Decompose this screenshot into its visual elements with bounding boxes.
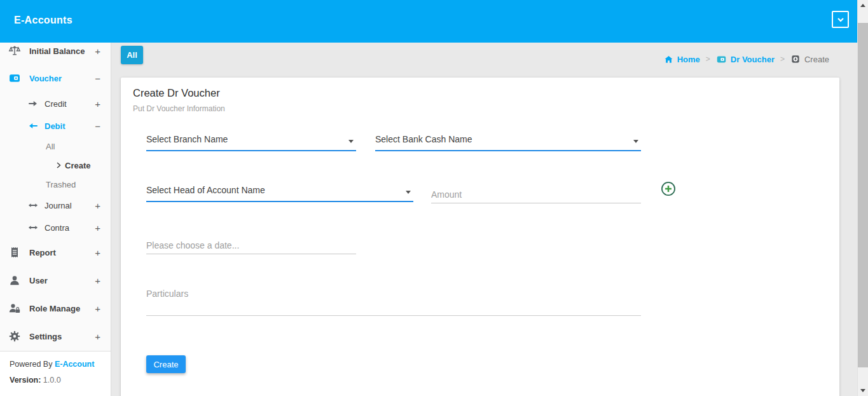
powered-by-text: Powered By [10,360,55,369]
branch-name-select[interactable]: Select Branch Name [146,132,356,151]
breadcrumb-dr-voucher-label: Dr Voucher [731,55,775,64]
sidebar-item-debit-all[interactable]: All [0,138,111,154]
sidebar-item-label: Contra [45,223,69,233]
sidebar-item-label: Role Manage [29,304,80,313]
main-content: All Home > Dr Voucher > [112,43,857,396]
sidebar-item-label: Voucher [29,74,62,83]
arrow-left-icon [27,119,39,132]
head-of-account-select[interactable]: Select Head of Account Name [146,183,413,202]
person-icon [8,273,22,287]
sidebar-item-label: Create [65,161,90,170]
create-dr-voucher-card: Create Dr Voucher Put Dr Voucher Informa… [121,78,839,396]
sidebar-item-label: Trashed [46,180,76,189]
bank-cash-name-select-value: Select Bank Cash Name [375,134,472,144]
voucher-icon [716,54,727,65]
particulars-input[interactable] [146,287,641,315]
amount-input[interactable] [431,186,641,203]
expand-toggle[interactable]: + [95,99,100,109]
gear-icon [8,329,22,343]
arrow-left-right-icon [27,221,39,234]
sidebar-item-contra[interactable]: Contra + [0,219,111,236]
caret-down-icon [406,191,411,194]
arrow-left-right-icon [27,199,39,212]
sidebar-item-role-manage[interactable]: Role Manage + [0,300,111,317]
voucher-icon [8,71,22,85]
sidebar-item-label: Debit [45,121,65,131]
page-title: Create Dr Voucher [133,87,220,99]
bank-cash-name-select[interactable]: Select Bank Cash Name [375,132,641,151]
date-field-wrap [146,236,356,254]
sidebar-item-label: Credit [45,99,67,109]
collapse-toggle[interactable]: − [95,73,100,84]
browser-scrollbar[interactable] [857,0,868,396]
sidebar-item-settings[interactable]: Settings + [0,328,111,345]
sidebar-item-journal[interactable]: Journal + [0,197,111,214]
person-lock-icon [8,301,22,315]
sidebar-item-debit[interactable]: Debit − [0,118,111,134]
arrow-right-icon [27,97,39,110]
sidebar-item-label: All [46,142,55,151]
breadcrumb-separator: > [780,55,785,64]
create-download-icon [790,54,801,64]
branch-name-select-value: Select Branch Name [146,134,228,144]
sidebar-item-label: Settings [29,332,62,341]
sidebar-item-user[interactable]: User + [0,272,111,289]
sidebar: Initial Balance + Voucher − Credit + Deb… [0,43,111,396]
breadcrumb-home[interactable]: Home [664,55,700,64]
plus-circle-icon [660,181,677,197]
all-tab-button[interactable]: All [121,46,143,64]
version-line: Version: 1.0.0 [10,376,61,385]
sidebar-item-debit-trashed[interactable]: Trashed [0,176,111,193]
particulars-field-wrap [146,287,641,316]
page-subtitle: Put Dr Voucher Information [133,104,225,113]
sidebar-item-credit[interactable]: Credit + [0,95,111,112]
balance-scale-icon [8,44,22,58]
caret-down-icon [348,140,354,143]
breadcrumb-home-label: Home [677,55,700,64]
expand-toggle[interactable]: + [95,303,100,314]
sidebar-item-label: Journal [45,201,72,210]
expand-toggle[interactable]: + [95,200,100,211]
date-input[interactable] [146,236,356,254]
home-icon [664,55,673,64]
receipt-icon [8,245,22,259]
expand-toggle[interactable]: + [95,222,100,233]
sidebar-item-voucher[interactable]: Voucher − [0,70,111,86]
top-header-bar: E-Accounts [0,0,857,43]
chevron-right-icon [55,161,62,169]
triangle-down-icon [860,389,865,392]
add-row-button[interactable] [660,181,677,197]
version-value: 1.0.0 [41,376,60,385]
expand-toggle[interactable]: + [95,247,100,258]
amount-field-wrap [431,186,641,203]
header-collapse-button[interactable] [832,11,849,28]
scrollbar-thumb[interactable] [858,23,868,367]
sidebar-item-initial-balance[interactable]: Initial Balance + [0,43,111,59]
create-button[interactable]: Create [146,355,186,373]
sidebar-item-label: User [29,276,48,285]
sidebar-item-label: Report [29,248,56,257]
collapse-toggle[interactable]: − [95,121,100,132]
chevron-down-icon [836,15,846,25]
expand-toggle[interactable]: + [95,331,100,342]
breadcrumb-create-label: Create [804,55,829,64]
caret-down-icon [633,140,638,143]
expand-toggle[interactable]: + [95,275,100,286]
triangle-up-icon [860,4,865,7]
scrollbar-up-button[interactable] [858,0,868,11]
sidebar-item-debit-create[interactable]: Create [0,157,111,174]
version-label: Version: [10,376,41,385]
app-title: E-Accounts [14,15,72,26]
scrollbar-down-button[interactable] [858,385,868,396]
head-of-account-select-value: Select Head of Account Name [146,185,265,195]
breadcrumb-separator: > [706,55,710,64]
breadcrumb: Home > Dr Voucher > Create [664,53,829,65]
sidebar-footer: Powered By E-Account Version: 1.0.0 [0,351,111,396]
expand-toggle[interactable]: + [95,46,100,57]
sidebar-item-report[interactable]: Report + [0,244,111,261]
powered-by-brand-link[interactable]: E-Account [55,360,95,369]
breadcrumb-dr-voucher[interactable]: Dr Voucher [716,54,775,65]
powered-by: Powered By E-Account [10,360,94,369]
sidebar-item-label: Initial Balance [29,46,85,56]
breadcrumb-create: Create [790,54,829,64]
